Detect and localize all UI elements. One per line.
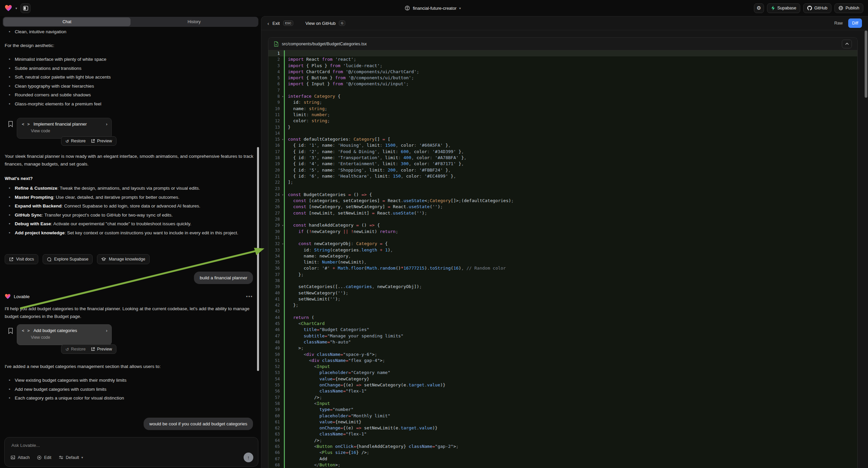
file-header: src/components/budget/BudgetCategories.t… bbox=[269, 38, 857, 50]
send-button[interactable]: ↑ bbox=[244, 452, 253, 462]
code-line: 3import { Plus } from 'lucide-react'; bbox=[269, 63, 857, 69]
list-item: Clean typography with clear hierarchies bbox=[5, 82, 254, 91]
code-line: 7 bbox=[269, 87, 857, 93]
project-switcher[interactable]: financial-future-creator ▾ bbox=[349, 0, 517, 16]
fold-chevron-icon[interactable]: ▾ bbox=[282, 94, 283, 100]
message-menu-button[interactable]: ••• bbox=[246, 294, 253, 299]
whats-next-list: Refine & Customize: Tweak the design, an… bbox=[5, 184, 255, 237]
chevron-down-icon: ▾ bbox=[82, 456, 83, 459]
code-line: 52 <Input bbox=[269, 363, 857, 370]
code-line: 58 <Input bbox=[269, 401, 857, 407]
code-line: 59 type="number" bbox=[269, 407, 857, 413]
visit-docs-button[interactable]: Visit docs bbox=[5, 254, 38, 264]
exit-button[interactable]: Exit bbox=[273, 21, 280, 26]
list-item: Each category gets a unique color for vi… bbox=[5, 394, 255, 403]
list-item: GitHub Sync: Transfer your project's cod… bbox=[5, 211, 255, 220]
assistant-header: Lovable ••• bbox=[5, 294, 253, 299]
globe-icon bbox=[838, 6, 843, 10]
fold-chevron-icon[interactable]: ▾ bbox=[282, 241, 283, 247]
code-line: 1 bbox=[269, 50, 857, 56]
code-line: 63 className="flex-1" bbox=[269, 431, 857, 437]
restore-button[interactable]: ↺ Restore bbox=[65, 347, 86, 352]
fold-chevron-icon[interactable]: ▾ bbox=[282, 137, 283, 143]
code-line: 42 }; bbox=[269, 302, 857, 308]
code-line: 31 bbox=[269, 235, 857, 241]
code-line: 54 value={newCategory} bbox=[269, 376, 857, 382]
code-line: 23 bbox=[269, 186, 857, 192]
publish-button[interactable]: Publish bbox=[834, 3, 863, 13]
settings-button[interactable]: ⚙ bbox=[754, 3, 764, 13]
code-scrollbar[interactable] bbox=[865, 31, 867, 98]
code-line: 41 setNewLimit(''); bbox=[269, 296, 857, 302]
chat-bubble-icon bbox=[47, 257, 51, 262]
design-bullet-list: Minimalist interface with plenty of whit… bbox=[5, 55, 254, 109]
edit-card-add-budget-categories[interactable]: < > Add budget categories › View code bbox=[17, 324, 112, 345]
chat-scrollbar[interactable] bbox=[257, 147, 259, 371]
code-line: 10 name: string; bbox=[269, 106, 857, 112]
list-item: Minimalist interface with plenty of whit… bbox=[5, 55, 254, 64]
code-icon: < > bbox=[22, 328, 30, 333]
edit-mode-button[interactable]: Edit bbox=[37, 455, 51, 460]
scrolled-bullet-list: Clean, intuitive navigation bbox=[5, 28, 254, 37]
whats-next-heading: What's next? bbox=[5, 175, 33, 182]
diff-added-bar bbox=[284, 50, 285, 468]
fold-chevron-icon[interactable]: ▾ bbox=[282, 223, 283, 229]
code-line: 19 { id: '4', name: 'Entertainment', lim… bbox=[269, 161, 857, 167]
code-line: 46 title="Budget Categories" bbox=[269, 327, 857, 333]
added-paragraph: I've added a new budget categories manag… bbox=[5, 362, 256, 370]
tab-history[interactable]: History bbox=[130, 18, 258, 26]
added-bullet-list: View existing budget categories with the… bbox=[5, 376, 255, 403]
code-view-header: ‹ Exit ESC View on GitHub G Raw Diff bbox=[261, 17, 868, 30]
view-on-github-link[interactable]: View on GitHub bbox=[305, 21, 336, 26]
code-line: 34 name: newCategory, bbox=[269, 253, 857, 259]
explore-supabase-button[interactable]: Explore Supabase bbox=[42, 254, 93, 264]
view-code-link[interactable]: View code bbox=[17, 333, 112, 340]
gear-icon: ⚙ bbox=[756, 5, 761, 11]
graduation-cap-icon bbox=[101, 257, 106, 262]
code-line: 56 className="flex-1" bbox=[269, 388, 857, 394]
tab-chat[interactable]: Chat bbox=[3, 18, 130, 26]
manage-knowledge-button[interactable]: Manage knowledge bbox=[97, 254, 149, 264]
bookmark-icon[interactable] bbox=[8, 121, 13, 127]
lovable-heart-icon bbox=[5, 294, 11, 299]
code-line: 38 bbox=[269, 277, 857, 284]
back-chevron-icon[interactable]: ‹ bbox=[268, 21, 269, 26]
logo-menu-chevron-icon[interactable]: ▾ bbox=[16, 6, 17, 10]
preview-button[interactable]: Preview bbox=[91, 139, 112, 143]
code-line: 8▾interface Category { bbox=[269, 93, 857, 99]
model-selector[interactable]: Default ▾ bbox=[59, 455, 83, 460]
supabase-button[interactable]: Supabase bbox=[767, 3, 800, 13]
design-heading: For the design aesthetic: bbox=[5, 41, 54, 49]
fold-chevron-icon[interactable]: ▾ bbox=[282, 192, 283, 198]
preview-button[interactable]: Preview bbox=[91, 347, 112, 351]
diff-toggle-button[interactable]: Diff bbox=[848, 19, 862, 28]
attach-button[interactable]: Attach bbox=[11, 455, 30, 460]
code-line: 14 bbox=[269, 130, 857, 136]
bookmark-icon[interactable] bbox=[8, 328, 13, 334]
code-line: 49 >; bbox=[269, 345, 857, 351]
code-line: 29▾ const handleAddCategory = () => { bbox=[269, 222, 857, 228]
collapse-file-button[interactable] bbox=[842, 39, 852, 48]
arrow-up-icon: ↑ bbox=[247, 455, 250, 460]
code-line: 33 id: String(categories.length + 1), bbox=[269, 247, 857, 253]
raw-toggle-button[interactable]: Raw bbox=[830, 19, 846, 28]
supabase-bolt-icon bbox=[771, 6, 775, 10]
code-line: 67 Add bbox=[269, 456, 857, 462]
chat-input[interactable] bbox=[11, 443, 251, 448]
code-line: 2import React from 'react'; bbox=[269, 56, 857, 62]
code-editor[interactable]: 12import React from 'react';3import { Pl… bbox=[269, 50, 857, 468]
restore-button[interactable]: ↺ Restore bbox=[65, 139, 86, 144]
chat-panel: Chat History Clean, intuitive navigation… bbox=[0, 16, 261, 468]
code-line: 16 { id: '1', name: 'Housing', limit: 15… bbox=[269, 142, 857, 148]
view-code-link[interactable]: View code bbox=[17, 126, 112, 133]
sidebar-toggle-button[interactable] bbox=[21, 3, 31, 13]
user-message: build a financial planner bbox=[194, 272, 253, 284]
external-link-icon bbox=[9, 257, 13, 262]
edit-card-implement-planner[interactable]: < > Implement financial planner › View c… bbox=[17, 118, 112, 139]
file-added-icon bbox=[274, 41, 278, 47]
code-line: 57 />; bbox=[269, 394, 857, 401]
code-line: 12 color: string; bbox=[269, 118, 857, 124]
github-button[interactable]: GitHub bbox=[803, 3, 831, 13]
esc-kbd-badge: ESC bbox=[283, 21, 293, 26]
code-line: 15▾const defaultCategories: Category[] =… bbox=[269, 136, 857, 142]
